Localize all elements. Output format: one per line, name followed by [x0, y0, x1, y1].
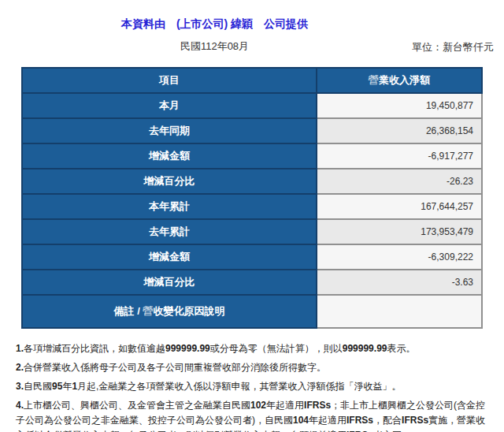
- revenue-table: 項目 營業收入淨額 本月19,450,877去年同期26,368,154增減金額…: [21, 67, 483, 329]
- revenue-table-body: 本月19,450,877去年同期26,368,154增減金額-6,917,277…: [22, 93, 482, 328]
- column-header-item: 項目: [22, 68, 317, 93]
- table-row: 增減百分比-26.23: [22, 169, 482, 194]
- table-row: 去年累計173,953,479: [22, 219, 482, 244]
- footnote: 1.各項增減百分比資訊，如數值逾越999999.99或分母為零（無法計算），則以…: [16, 341, 487, 356]
- row-label: 備註 / 營收變化原因說明: [22, 295, 317, 328]
- row-value: 19,450,877: [317, 93, 482, 118]
- row-value: [317, 295, 482, 328]
- row-value: -26.23: [317, 169, 482, 194]
- table-row: 本年累計167,644,257: [22, 194, 482, 219]
- page-title: 本資料由 (上市公司) 緯穎 公司提供: [0, 17, 429, 32]
- row-label: 增減百分比: [22, 169, 317, 194]
- row-label: 本月: [22, 93, 317, 118]
- table-row: 本月19,450,877: [22, 93, 482, 118]
- row-label: 去年累計: [22, 219, 317, 244]
- row-label: 增減百分比: [22, 270, 317, 295]
- footnote: 4.上市櫃公司、興櫃公司、及金管會主管之金融業自民國102年起適用IFRSs；非…: [16, 398, 487, 432]
- row-label: 增減金額: [22, 244, 317, 270]
- table-row: 增減百分比-3.63: [22, 270, 482, 295]
- table-row: 增減金額-6,309,222: [22, 244, 482, 270]
- row-label: 增減金額: [22, 143, 317, 169]
- table-row: 增減金額-6,917,277: [22, 143, 482, 169]
- row-value: -3.63: [317, 270, 482, 295]
- row-value: -6,917,277: [317, 143, 482, 169]
- footnote: 2.合併營業收入係將母子公司及各子公司間重複營收部分消除後所得數字。: [16, 360, 487, 375]
- table-row: 備註 / 營收變化原因說明: [22, 295, 482, 328]
- table-row: 去年同期26,368,154: [22, 118, 482, 143]
- unit-label: 單位：新台幣仟元: [412, 40, 494, 54]
- column-header-net-revenue: 營業收入淨額: [317, 68, 482, 93]
- row-value: 173,953,479: [317, 219, 482, 244]
- footnote: 3.自民國95年1月起,金融業之各項營業收入係以淨額申報，其營業收入淨額係指「淨…: [16, 379, 487, 394]
- report-period: 民國112年08月: [0, 39, 429, 54]
- subheader: 民國112年08月 單位：新台幣仟元: [0, 39, 504, 54]
- row-value: 26,368,154: [317, 118, 482, 143]
- footnotes: 1.各項增減百分比資訊，如數值逾越999999.99或分母為零（無法計算），則以…: [16, 341, 487, 432]
- row-label: 本年累計: [22, 194, 317, 219]
- mops-monthly-revenue-page: 本資料由 (上市公司) 緯穎 公司提供 民國112年08月 單位：新台幣仟元 項…: [0, 17, 504, 432]
- table-header-row: 項目 營業收入淨額: [22, 68, 482, 93]
- row-value: -6,309,222: [317, 244, 482, 270]
- row-label: 去年同期: [22, 118, 317, 143]
- row-value: 167,644,257: [317, 194, 482, 219]
